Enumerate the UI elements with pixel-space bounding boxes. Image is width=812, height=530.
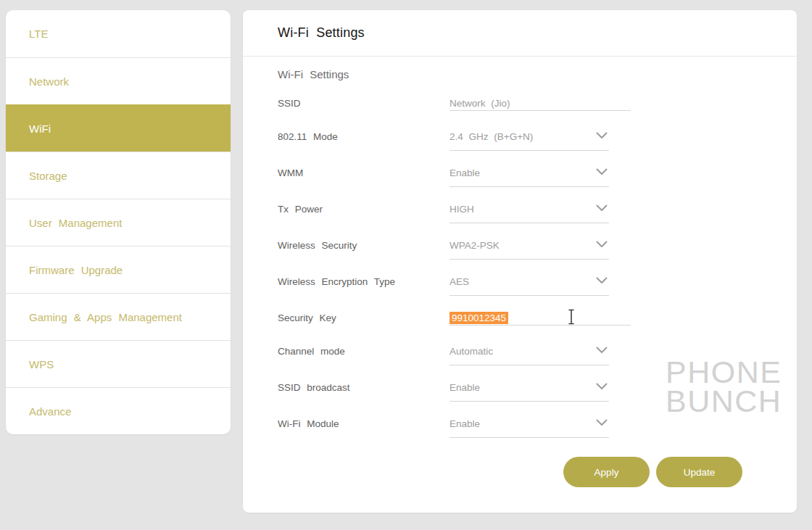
channel-mode-label: Channel mode: [278, 344, 450, 357]
wmm-value: Enable: [450, 167, 480, 178]
field-row-tx-power: Tx PowerHIGH: [278, 202, 797, 239]
wireless-security-select[interactable]: WPA2-PSK: [450, 239, 609, 260]
field-row-wireless-encryption-type: Wireless Encryption TypeAES: [278, 275, 797, 311]
chevron-down-icon: [596, 204, 608, 212]
chevron-down-icon: [596, 347, 608, 354]
field-row-ssid-broadcast: SSID broadcastEnable: [278, 381, 797, 417]
sidebar-item-storage[interactable]: Storage: [6, 152, 231, 199]
chevron-down-icon: [596, 419, 608, 426]
sidebar-item-label: Gaming & Apps Management: [29, 311, 182, 323]
field-row-wmm: WMMEnable: [278, 166, 797, 202]
sidebar-item-lte[interactable]: LTE: [6, 10, 231, 57]
field-row-channel-mode: Channel modeAutomatic: [278, 344, 797, 381]
wireless-encryption-type-label: Wireless Encryption Type: [278, 275, 450, 288]
wifi-module-value: Enable: [450, 418, 480, 429]
wifi-module-select[interactable]: Enable: [450, 417, 609, 438]
chevron-down-icon: [596, 132, 608, 139]
sidebar-item-user-management[interactable]: User Management: [6, 199, 231, 246]
ssid-broadcast-select[interactable]: Enable: [450, 381, 609, 402]
sidebar-item-wifi[interactable]: WiFi: [6, 104, 231, 152]
security-key-input[interactable]: 9910012345: [450, 311, 631, 326]
security-key-value: 9910012345: [450, 312, 508, 324]
channel-mode-select[interactable]: Automatic: [450, 344, 609, 365]
sidebar-item-label: User Management: [29, 217, 122, 229]
apply-button[interactable]: Apply: [563, 457, 650, 487]
text-cursor-icon: [567, 309, 576, 325]
mode-802-11-label: 802.11 Mode: [278, 130, 450, 143]
sidebar-item-label: WPS: [29, 358, 54, 370]
sidebar-nav: LTENetworkWiFiStorageUser ManagementFirm…: [6, 10, 231, 434]
field-row-wifi-module: Wi-Fi ModuleEnable: [278, 417, 797, 453]
ssid-label: SSID: [278, 96, 450, 109]
tx-power-label: Tx Power: [278, 202, 450, 215]
mode-802-11-select[interactable]: 2.4 GHz (B+G+N): [450, 130, 609, 151]
wireless-encryption-type-value: AES: [450, 276, 469, 287]
mode-802-11-value: 2.4 GHz (B+G+N): [450, 131, 533, 142]
sidebar-item-advance[interactable]: Advance: [6, 387, 231, 434]
chevron-down-icon: [596, 383, 608, 390]
update-button[interactable]: Update: [656, 457, 742, 487]
wifi-module-label: Wi-Fi Module: [278, 417, 450, 430]
section-title: Wi-Fi Settings: [278, 68, 797, 80]
wireless-security-value: WPA2-PSK: [450, 240, 500, 251]
sidebar-item-label: Storage: [29, 170, 67, 182]
ssid-broadcast-label: SSID broadcast: [278, 381, 450, 394]
chevron-down-icon: [596, 168, 608, 175]
sidebar-item-network[interactable]: Network: [6, 57, 231, 104]
ssid-input[interactable]: Network (Jio): [450, 96, 631, 111]
tx-power-value: HIGH: [450, 204, 474, 215]
ssid-value: Network (Jio): [450, 98, 510, 109]
chevron-down-icon: [596, 277, 608, 284]
sidebar-item-label: Firmware Upgrade: [29, 264, 123, 276]
wmm-label: WMM: [278, 166, 450, 179]
security-key-label: Security Key: [278, 311, 450, 324]
field-row-security-key: Security Key9910012345: [278, 311, 797, 344]
field-row-wireless-security: Wireless SecurityWPA2-PSK: [278, 239, 797, 275]
channel-mode-value: Automatic: [450, 346, 493, 357]
sidebar-item-label: LTE: [29, 28, 48, 40]
panel-body: Wi-Fi Settings SSIDNetwork (Jio)802.11 M…: [243, 57, 797, 453]
page-title: Wi-Fi Settings: [278, 25, 365, 41]
wifi-settings-panel: Wi-Fi Settings Wi-Fi Settings SSIDNetwor…: [243, 10, 797, 513]
field-row-ssid: SSIDNetwork (Jio): [278, 96, 797, 130]
chevron-down-icon: [596, 241, 608, 248]
tx-power-select[interactable]: HIGH: [450, 202, 609, 223]
sidebar-item-label: Network: [29, 75, 69, 88]
form-actions: Apply Update: [563, 457, 742, 487]
wireless-security-label: Wireless Security: [278, 239, 450, 252]
sidebar-item-wps[interactable]: WPS: [6, 340, 231, 387]
wifi-settings-form: SSIDNetwork (Jio)802.11 Mode2.4 GHz (B+G…: [278, 96, 797, 453]
sidebar-item-gaming-apps-management[interactable]: Gaming & Apps Management: [6, 293, 231, 340]
wireless-encryption-type-select[interactable]: AES: [450, 275, 609, 296]
ssid-broadcast-value: Enable: [450, 382, 480, 393]
field-row-mode-802-11: 802.11 Mode2.4 GHz (B+G+N): [278, 130, 797, 166]
sidebar-item-firmware-upgrade[interactable]: Firmware Upgrade: [6, 246, 231, 293]
sidebar-item-label: WiFi: [29, 123, 51, 135]
sidebar-item-label: Advance: [29, 405, 71, 418]
panel-header: Wi-Fi Settings: [243, 10, 797, 57]
wmm-select[interactable]: Enable: [450, 166, 609, 187]
